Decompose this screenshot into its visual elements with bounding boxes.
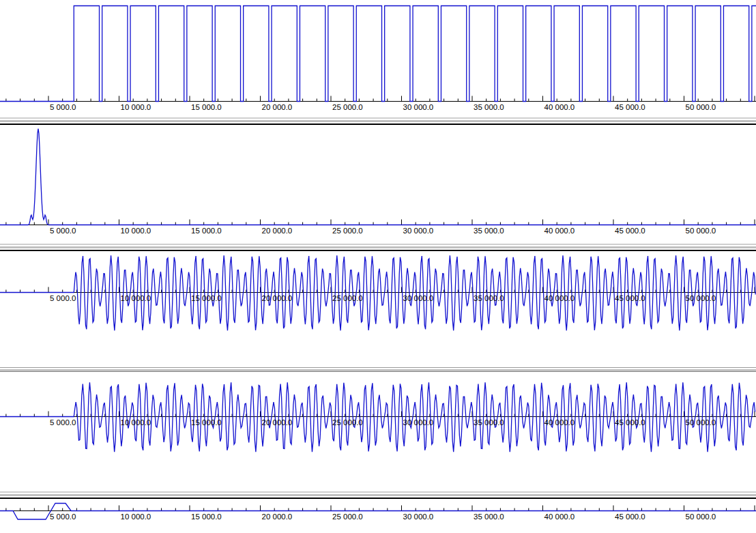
x-axis-tick-label: 40 000.0 <box>544 513 575 521</box>
x-axis-tick-label: 45 000.0 <box>615 227 645 235</box>
splitter-3[interactable] <box>0 367 756 373</box>
x-axis-tick-label: 5 000.0 <box>50 418 76 427</box>
x-axis-tick-label: 30 000.0 <box>403 103 434 111</box>
x-axis-tick-label: 45 000.0 <box>615 103 645 111</box>
modulated-burst-b-trace <box>0 382 755 452</box>
splitter-2[interactable] <box>0 242 756 251</box>
x-axis-tick-label: 5 000.0 <box>50 294 76 302</box>
panel-baseband-trapezoid[interactable]: 5 000.010 000.015 000.020 000.025 000.03… <box>0 499 756 533</box>
x-axis-tick-label: 50 000.0 <box>686 103 716 111</box>
splitter-1[interactable] <box>0 116 756 125</box>
x-axis-ticks <box>6 506 755 511</box>
x-axis-tick-label: 5 000.0 <box>50 103 76 111</box>
x-axis-tick-label: 20 000.0 <box>262 513 293 521</box>
x-axis-tick-label: 30 000.0 <box>403 227 434 235</box>
digital-pulse-train-trace <box>0 6 756 102</box>
x-axis-tick-label: 30 000.0 <box>403 418 434 427</box>
x-axis-tick-label: 25 000.0 <box>332 103 363 111</box>
x-axis-tick-label: 15 000.0 <box>191 294 222 302</box>
x-axis-tick-label: 20 000.0 <box>262 294 293 302</box>
waveform-viewer: 5 000.010 000.015 000.020 000.025 000.03… <box>0 0 756 533</box>
x-axis-tick-label: 10 000.0 <box>121 227 151 235</box>
x-axis-tick-label: 35 000.0 <box>474 227 504 235</box>
x-axis-tick-label: 40 000.0 <box>544 103 575 111</box>
x-axis-tick-label: 50 000.0 <box>686 227 716 235</box>
panel-pulse-train[interactable]: 5 000.010 000.015 000.020 000.025 000.03… <box>0 0 756 116</box>
panel-spectrum-peak[interactable]: 5 000.010 000.015 000.020 000.025 000.03… <box>0 125 756 242</box>
x-axis-tick-label: 45 000.0 <box>615 294 645 302</box>
x-axis-tick-label: 10 000.0 <box>121 103 151 111</box>
x-axis-tick-label: 50 000.0 <box>686 418 716 427</box>
x-axis-tick-label: 15 000.0 <box>191 103 222 111</box>
x-axis-tick-label: 40 000.0 <box>544 227 575 235</box>
x-axis-tick-label: 45 000.0 <box>615 418 645 427</box>
x-axis-tick-label: 5 000.0 <box>50 227 76 235</box>
x-axis-tick-label: 5 000.0 <box>50 513 76 521</box>
x-axis-tick-label: 15 000.0 <box>191 513 222 521</box>
x-axis-tick-label: 25 000.0 <box>332 294 363 302</box>
x-axis-tick-label: 25 000.0 <box>332 418 363 427</box>
narrow-spectrum-peak-trace <box>0 129 756 225</box>
x-axis-tick-label: 10 000.0 <box>121 513 151 521</box>
x-axis-tick-label: 30 000.0 <box>403 294 434 302</box>
modulated-burst-a-trace <box>0 255 755 330</box>
x-axis-tick-label: 15 000.0 <box>191 418 222 427</box>
x-axis-tick-label: 50 000.0 <box>686 513 716 521</box>
x-axis-tick-label: 10 000.0 <box>121 418 151 427</box>
x-axis-tick-label: 45 000.0 <box>615 513 645 521</box>
x-axis-tick-label: 40 000.0 <box>544 418 575 427</box>
x-axis-ticks <box>6 220 755 225</box>
x-axis-tick-label: 25 000.0 <box>332 513 363 521</box>
x-axis-tick-label: 30 000.0 <box>403 513 434 521</box>
splitter-4[interactable] <box>0 490 756 499</box>
x-axis-tick-label: 40 000.0 <box>544 294 575 302</box>
x-axis-ticks <box>6 96 755 102</box>
x-axis-tick-label: 35 000.0 <box>474 418 504 427</box>
x-axis-tick-label: 50 000.0 <box>686 294 716 302</box>
x-axis-tick-label: 10 000.0 <box>121 294 151 302</box>
x-axis-tick-label: 20 000.0 <box>262 418 293 427</box>
x-axis-tick-label: 20 000.0 <box>262 103 293 111</box>
x-axis-tick-label: 25 000.0 <box>332 227 363 235</box>
panel-modulated-burst-a[interactable]: 5 000.010 000.015 000.020 000.025 000.03… <box>0 251 756 367</box>
x-axis-tick-label: 20 000.0 <box>262 227 293 235</box>
x-axis-tick-label: 15 000.0 <box>191 227 222 235</box>
x-axis-tick-label: 35 000.0 <box>474 294 504 302</box>
panel-modulated-burst-b[interactable]: 5 000.010 000.015 000.020 000.025 000.03… <box>0 373 756 490</box>
x-axis-tick-label: 35 000.0 <box>474 103 504 111</box>
x-axis-tick-label: 35 000.0 <box>474 513 504 521</box>
